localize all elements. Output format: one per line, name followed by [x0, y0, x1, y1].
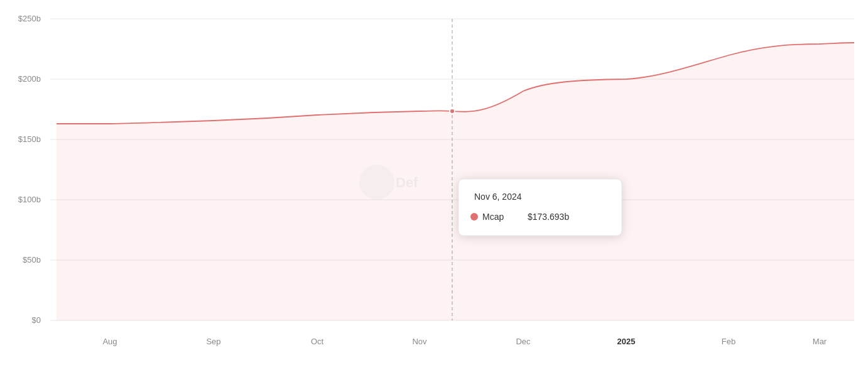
svg-text:Def: Def — [396, 175, 418, 190]
svg-rect-2 — [458, 179, 622, 236]
y-label-0: $0 — [32, 315, 41, 325]
x-label-mar: Mar — [813, 337, 827, 346]
y-label-100b: $100b — [18, 195, 41, 204]
tooltip-dot — [470, 213, 478, 221]
tooltip: Nov 6, 2024 Mcap $173.693b — [458, 179, 622, 236]
y-label-250b: $250b — [18, 14, 41, 23]
x-label-aug: Aug — [102, 337, 117, 346]
tooltip-value: $173.693b — [528, 212, 569, 222]
chart-container: $250b $200b $150b $100b $50b $0 Aug Sep … — [0, 0, 868, 365]
x-label-dec: Dec — [516, 337, 531, 346]
chart-datapoint — [450, 109, 455, 114]
x-label-nov: Nov — [412, 337, 427, 346]
y-label-200b: $200b — [18, 74, 41, 84]
svg-point-0 — [359, 165, 394, 200]
x-label-oct: Oct — [311, 337, 324, 346]
tooltip-date: Nov 6, 2024 — [474, 192, 522, 202]
y-label-50b: $50b — [23, 255, 41, 264]
x-label-2025: 2025 — [617, 337, 636, 346]
tooltip-metric-label: Mcap — [482, 212, 504, 222]
y-label-150b: $150b — [18, 134, 41, 144]
chart-area — [57, 43, 854, 320]
x-label-sep: Sep — [206, 337, 220, 346]
x-label-feb: Feb — [722, 337, 735, 346]
